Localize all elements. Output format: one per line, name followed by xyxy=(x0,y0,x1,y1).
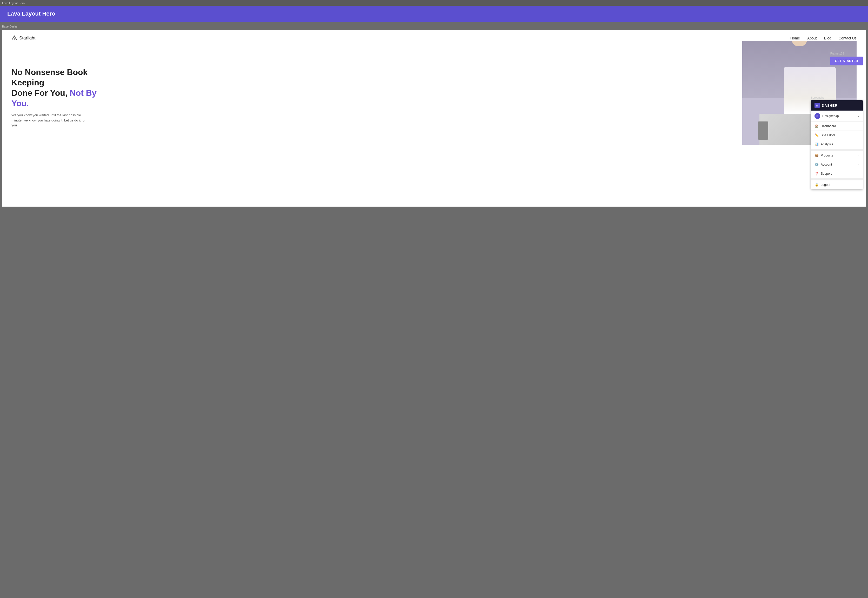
nav-item-blog[interactable]: Blog xyxy=(824,36,831,40)
canvas-area: Starlight Home About Blog Contact Us No … xyxy=(2,30,866,206)
frame-133-panel: Frame 133 GET STARTED xyxy=(831,52,863,66)
hero-subtext: We you know you waited until the last po… xyxy=(11,113,87,128)
dasher-menu-account[interactable]: ⚙️ Account › xyxy=(811,160,863,169)
dasher-chevron-icon: ▾ xyxy=(858,115,859,118)
dasher-menu-products-left: 📦 Products xyxy=(814,153,833,157)
dasher-header: DASHER xyxy=(811,100,863,111)
dasher-label-products: Products xyxy=(821,154,833,157)
account-icon: ⚙️ xyxy=(814,163,819,167)
dasher-username: DesignerUp xyxy=(822,114,839,118)
logo-area: Starlight xyxy=(11,35,35,41)
support-icon: ❓ xyxy=(814,172,819,176)
dasher-label-logout: Logout xyxy=(821,183,831,187)
products-arrow-icon: › xyxy=(858,154,859,157)
dasher-menu-products[interactable]: 📦 Products › xyxy=(811,151,863,160)
nav-link-contact[interactable]: Contact Us xyxy=(839,36,857,40)
products-icon: 📦 xyxy=(814,153,819,157)
dasher-label-site-editor: Site Editor xyxy=(821,133,835,137)
dasher-menu-analytics-left: 📊 Analytics xyxy=(814,142,833,147)
hero-text-area: No Nonsense Book Keeping Done For You, N… xyxy=(11,46,110,128)
analytics-icon: 📊 xyxy=(814,142,819,147)
nav-item-home[interactable]: Home xyxy=(790,36,800,40)
phone xyxy=(758,121,768,140)
dasher-menu-site-editor[interactable]: ✏️ Site Editor xyxy=(811,131,863,140)
nav-link-blog[interactable]: Blog xyxy=(824,36,831,40)
navbar: Starlight Home About Blog Contact Us xyxy=(2,30,866,46)
hero-headline-part1: No Nonsense Book Keeping xyxy=(11,67,87,87)
dasher-menu-support[interactable]: ❓ Support xyxy=(811,169,863,178)
base-design-label: Base Design xyxy=(0,24,868,29)
dasher-avatar: D xyxy=(814,113,820,119)
dasher-menu-support-left: ❓ Support xyxy=(814,172,832,176)
nav-link-about[interactable]: About xyxy=(807,36,817,40)
nav-link-home[interactable]: Home xyxy=(790,36,800,40)
dasher-logo-icon xyxy=(814,103,820,108)
get-started-button[interactable]: GET STARTED xyxy=(831,57,863,66)
dasher-label-account: Account xyxy=(821,163,832,166)
dasher-user-left: D DesignerUp xyxy=(814,113,839,119)
dasher-divider xyxy=(811,149,863,151)
top-bar: Lava Layout Hero xyxy=(0,0,868,6)
nav-links: Home About Blog Contact Us xyxy=(790,36,857,40)
logout-icon: 🔓 xyxy=(814,183,819,187)
dasher-logout[interactable]: 🔓 Logout xyxy=(811,180,863,189)
dasher-divider-2 xyxy=(811,178,863,180)
account-arrow-icon: › xyxy=(858,163,859,166)
dasher-ui: DASHER D DesignerUp ▾ 🏠 Dashboard ✏️ Sit… xyxy=(811,100,863,189)
hero-section: No Nonsense Book Keeping Done For You, N… xyxy=(2,46,866,128)
dasher-menu-site-editor-left: ✏️ Site Editor xyxy=(814,133,835,137)
dasher-menu-account-left: ⚙️ Account xyxy=(814,163,832,167)
site-editor-icon: ✏️ xyxy=(814,133,819,137)
screenshot-panel: Screenshot DASHER D DesignerUp ▾ 🏠 Dashb… xyxy=(811,96,863,189)
dasher-menu-analytics[interactable]: 📊 Analytics xyxy=(811,140,863,149)
dashboard-icon: 🏠 xyxy=(814,124,819,128)
top-bar-label: Lava Layout Hero xyxy=(2,1,25,4)
dasher-menu-dashboard[interactable]: 🏠 Dashboard xyxy=(811,122,863,131)
dasher-user-row[interactable]: D DesignerUp ▾ xyxy=(811,111,863,122)
dasher-title: DASHER xyxy=(822,103,838,108)
logo-text: Starlight xyxy=(19,36,35,41)
hero-headline: No Nonsense Book Keeping Done For You, N… xyxy=(11,67,110,109)
hero-headline-part2: Done For You, xyxy=(11,88,70,97)
nav-item-contact[interactable]: Contact Us xyxy=(839,36,857,40)
screenshot-label: Screenshot xyxy=(811,96,863,99)
dasher-label-dashboard: Dashboard xyxy=(821,124,836,128)
page-title: Lava Layout Hero xyxy=(7,10,55,17)
logo-icon xyxy=(11,35,17,41)
purple-header: Lava Layout Hero xyxy=(0,6,868,22)
dasher-label-analytics: Analytics xyxy=(821,142,833,146)
dasher-menu-dashboard-left: 🏠 Dashboard xyxy=(814,124,836,128)
person-head xyxy=(792,41,807,46)
dasher-label-support: Support xyxy=(821,172,832,175)
frame-label: Frame 133 xyxy=(831,52,863,55)
nav-item-about[interactable]: About xyxy=(807,36,817,40)
